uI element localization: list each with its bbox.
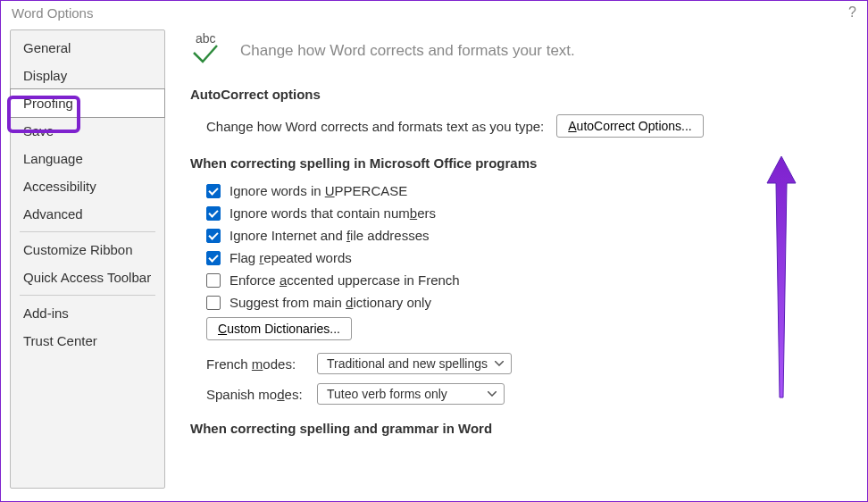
chevron-down-icon	[495, 361, 504, 366]
sidebar: General Display Proofing Save Language A…	[10, 29, 165, 489]
check-ignore-numbers-label: Ignore words that contain numbers	[230, 205, 436, 221]
spanish-modes-dropdown[interactable]: Tuteo verb forms only	[317, 383, 505, 405]
proofing-icon: abc	[190, 37, 226, 65]
autocorrect-row: Change how Word corrects and formats tex…	[206, 114, 840, 138]
french-modes-row: French modes: Traditional and new spelli…	[206, 353, 840, 374]
window-title: Word Options	[12, 5, 93, 21]
sidebar-item-general[interactable]: General	[11, 34, 164, 62]
spanish-modes-value: Tuteo verb forms only	[327, 387, 447, 401]
french-modes-label: French modes:	[206, 356, 305, 372]
check-ignore-internet-row: Ignore Internet and file addresses	[206, 228, 840, 243]
main-panel: abc Change how Word corrects and formats…	[165, 29, 858, 489]
french-modes-dropdown[interactable]: Traditional and new spellings	[317, 353, 512, 374]
spanish-modes-row: Spanish modes: Tuteo verb forms only	[206, 383, 840, 405]
check-suggest-main-dict-label: Suggest from main dictionary only	[230, 295, 431, 310]
sidebar-item-language[interactable]: Language	[11, 145, 164, 172]
sidebar-item-quick-access-toolbar[interactable]: Quick Access Toolbar	[11, 264, 164, 291]
chevron-down-icon	[488, 391, 497, 397]
check-ignore-uppercase[interactable]	[206, 184, 221, 198]
autocorrect-btn-rest: utoCorrect Options...	[577, 119, 692, 133]
sidebar-item-customize-ribbon[interactable]: Customize Ribbon	[11, 236, 164, 264]
check-ignore-uppercase-label: Ignore words in UPPERCASE	[230, 183, 407, 198]
sidebar-item-add-ins[interactable]: Add-ins	[11, 299, 164, 327]
check-ignore-numbers-row: Ignore words that contain numbers	[206, 205, 840, 221]
check-ignore-internet[interactable]	[206, 229, 221, 243]
french-modes-value: Traditional and new spellings	[327, 356, 488, 371]
check-suggest-main-dict[interactable]	[206, 296, 221, 310]
sidebar-item-accessibility[interactable]: Accessibility	[11, 172, 164, 200]
sidebar-item-advanced[interactable]: Advanced	[11, 200, 164, 228]
check-enforce-accented[interactable]	[206, 273, 221, 288]
sidebar-item-proofing[interactable]: Proofing	[10, 88, 165, 118]
autocorrect-prompt: Change how Word corrects and formats tex…	[206, 119, 544, 134]
section-spelling-title: When correcting spelling in Microsoft Of…	[190, 155, 840, 171]
check-ignore-internet-label: Ignore Internet and file addresses	[230, 228, 430, 243]
sidebar-item-save[interactable]: Save	[11, 117, 164, 145]
check-flag-repeated-row: Flag repeated words	[206, 250, 840, 265]
sidebar-item-display[interactable]: Display	[11, 62, 164, 89]
check-enforce-accented-label: Enforce accented uppercase in French	[230, 272, 460, 288]
check-enforce-accented-row: Enforce accented uppercase in French	[206, 272, 840, 288]
check-flag-repeated[interactable]	[206, 251, 221, 265]
hero: abc Change how Word corrects and formats…	[190, 29, 840, 81]
check-flag-repeated-label: Flag repeated words	[230, 250, 352, 265]
spanish-modes-label: Spanish modes:	[206, 387, 305, 402]
dialog-body: General Display Proofing Save Language A…	[1, 24, 867, 498]
spelling-options: Ignore words in UPPERCASE Ignore words t…	[190, 183, 840, 405]
sidebar-item-trust-center[interactable]: Trust Center	[11, 327, 164, 355]
check-ignore-numbers[interactable]	[206, 206, 221, 221]
abc-label: abc	[196, 31, 216, 46]
titlebar: Word Options ?	[1, 1, 867, 24]
help-button[interactable]: ?	[848, 4, 856, 21]
check-suggest-main-dict-row: Suggest from main dictionary only	[206, 295, 840, 310]
section-grammar-title: When correcting spelling and grammar in …	[190, 421, 840, 436]
hero-text: Change how Word corrects and formats you…	[240, 42, 575, 60]
section-autocorrect-title: AutoCorrect options	[190, 87, 840, 102]
check-ignore-uppercase-row: Ignore words in UPPERCASE	[206, 183, 840, 198]
custom-dictionaries-button[interactable]: Custom Dictionaries...	[206, 317, 352, 340]
autocorrect-options-button[interactable]: AutoCorrect Options...	[556, 114, 704, 138]
